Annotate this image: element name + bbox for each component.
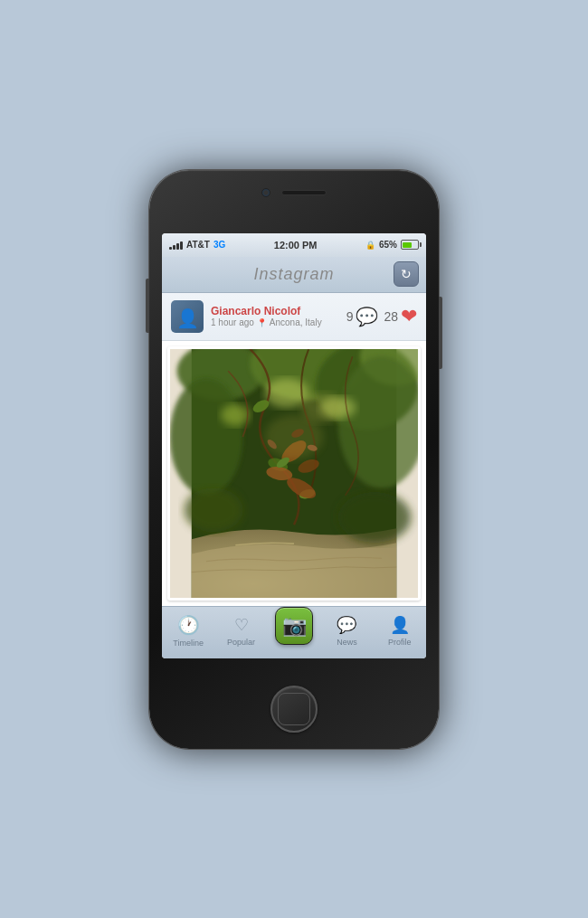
- post-stats: 9 💬 28 ❤: [346, 305, 417, 328]
- status-bar: AT&T 3G 12:00 PM 🔒 65%: [162, 233, 426, 257]
- camera-tab-icon: 📷: [275, 607, 313, 645]
- tab-popular[interactable]: ♡ Popular: [214, 607, 267, 658]
- phone-top-details: [261, 188, 327, 197]
- battery-icon: [401, 240, 419, 250]
- post-user: 👤 Giancarlo Nicolof 1 hour ago 📍 Ancona,…: [171, 300, 322, 333]
- comment-count: 9: [346, 309, 354, 324]
- profile-icon: 👤: [390, 615, 410, 635]
- post-meta: 1 hour ago 📍 Ancona, Italy: [211, 317, 322, 327]
- app-header: Instagram ↻: [162, 257, 426, 293]
- refresh-button[interactable]: ↻: [394, 261, 419, 287]
- battery-fill: [403, 242, 412, 248]
- signal-bars-icon: [169, 241, 183, 250]
- lock-icon: 🔒: [365, 241, 375, 250]
- avatar-person-icon: 👤: [176, 308, 199, 329]
- post-photo: [170, 349, 418, 598]
- screen: AT&T 3G 12:00 PM 🔒 65% Instagram ↻: [162, 233, 426, 658]
- timeline-icon: 🕐: [177, 614, 200, 636]
- tab-news[interactable]: 💬 News: [320, 607, 373, 658]
- profile-label: Profile: [388, 638, 412, 647]
- home-button-inner: [278, 693, 310, 725]
- status-time: 12:00 PM: [274, 240, 318, 251]
- news-icon: 💬: [337, 615, 356, 635]
- pin-icon: 📍: [257, 318, 267, 327]
- post-user-info: Giancarlo Nicolof 1 hour ago 📍 Ancona, I…: [211, 305, 322, 327]
- battery-percent: 65%: [379, 240, 397, 250]
- time-ago: 1 hour ago: [211, 317, 254, 327]
- post-image-container[interactable]: [167, 346, 421, 601]
- svg-point-20: [301, 393, 346, 421]
- home-button[interactable]: [270, 686, 318, 733]
- like-count: 28: [384, 309, 398, 324]
- speaker-grille: [281, 190, 327, 195]
- front-camera: [261, 188, 270, 197]
- status-left: AT&T 3G: [169, 240, 225, 250]
- heart-icon: ❤: [401, 305, 417, 328]
- svg-point-18: [338, 491, 412, 543]
- screen-bezel: AT&T 3G 12:00 PM 🔒 65% Instagram ↻: [162, 233, 426, 658]
- popular-icon: ♡: [234, 615, 249, 635]
- username[interactable]: Giancarlo Nicolof: [211, 305, 322, 317]
- tab-bar: 🕐 Timeline ♡ Popular 📷 💬 News 👤 Profile: [162, 606, 426, 658]
- comment-stat[interactable]: 9 💬: [346, 306, 379, 327]
- phone-container: AT&T 3G 12:00 PM 🔒 65% Instagram ↻: [149, 170, 439, 749]
- tab-timeline[interactable]: 🕐 Timeline: [162, 607, 214, 658]
- post-header: 👤 Giancarlo Nicolof 1 hour ago 📍 Ancona,…: [162, 293, 426, 341]
- news-label: News: [337, 638, 357, 647]
- tab-profile[interactable]: 👤 Profile: [374, 607, 426, 658]
- like-stat[interactable]: 28 ❤: [384, 305, 417, 328]
- refresh-icon: ↻: [401, 267, 412, 281]
- location: Ancona, Italy: [270, 317, 322, 327]
- status-right: 🔒 65%: [365, 240, 419, 250]
- app-title: Instagram: [253, 265, 334, 284]
- network-label: 3G: [213, 240, 225, 250]
- svg-point-5: [170, 378, 242, 495]
- avatar[interactable]: 👤: [171, 300, 204, 333]
- popular-label: Popular: [227, 638, 255, 647]
- svg-point-17: [185, 487, 243, 532]
- svg-point-9: [221, 403, 250, 425]
- timeline-label: Timeline: [173, 639, 204, 648]
- tab-camera[interactable]: 📷: [268, 607, 320, 658]
- carrier-label: AT&T: [186, 240, 210, 250]
- comment-icon: 💬: [356, 306, 378, 327]
